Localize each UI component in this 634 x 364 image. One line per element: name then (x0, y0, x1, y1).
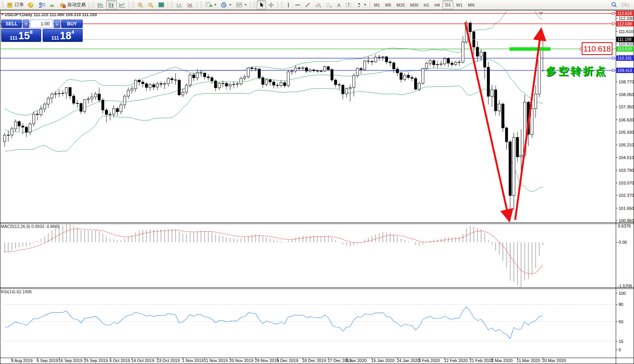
toolbar-separator (168, 2, 168, 8)
chat-button[interactable] (619, 0, 632, 9)
svg-text:110.910: 110.910 (619, 42, 634, 46)
panel-collapse-icon[interactable] (1, 13, 4, 15)
sell-price-big: 15 (18, 31, 30, 41)
candle (91, 97, 93, 99)
candle (36, 114, 38, 115)
auto-scroll-button[interactable] (174, 0, 185, 9)
candle (178, 80, 180, 95)
candle (116, 109, 118, 112)
timeframe-h4-button[interactable]: H4 (432, 0, 443, 9)
bar-chart-button[interactable] (95, 0, 106, 9)
search-button[interactable] (609, 0, 619, 9)
time-axis-label: 11 Mar 2020 (517, 358, 540, 363)
chart-shift-button[interactable] (185, 0, 196, 9)
horizontal-line-button[interactable] (293, 0, 303, 9)
candle (193, 75, 195, 78)
buy-button[interactable]: BUY (61, 20, 83, 28)
timeframe-m30-button[interactable]: M30 (408, 0, 421, 9)
trendline-button[interactable] (303, 0, 313, 9)
vertical-line-button[interactable] (284, 0, 293, 9)
volume-up-button[interactable]: ▲ (54, 20, 60, 28)
candle (403, 75, 406, 80)
candle (102, 100, 104, 110)
line-handle[interactable] (612, 69, 614, 71)
timeframe-h1-button[interactable]: H1 (421, 0, 432, 9)
rsi-label: RSI(14) 62.1995 (1, 289, 32, 294)
channel-button[interactable]: E (313, 0, 323, 9)
cn-annotation[interactable]: 多空转折点 (546, 65, 607, 77)
candle (18, 121, 20, 126)
arrows-button[interactable]: ▼ (354, 0, 369, 9)
periods-button[interactable]: ▼ (219, 0, 234, 9)
candle (451, 63, 453, 65)
candle (153, 85, 155, 87)
text-icon: A (336, 2, 341, 8)
svg-text:100.950: 100.950 (619, 218, 634, 223)
autotrading-button[interactable]: 自动交易 (57, 0, 88, 9)
candle (534, 94, 537, 109)
line-handle[interactable] (612, 23, 614, 25)
cursor-button[interactable] (257, 0, 266, 9)
timeframe-m1-button[interactable]: M1 (371, 0, 383, 9)
autotrading-icon (59, 2, 66, 8)
timeframe-mn-button[interactable]: MN (465, 0, 477, 9)
candle (251, 68, 253, 69)
line-handle[interactable] (612, 12, 614, 15)
candle (141, 82, 144, 84)
text-button[interactable]: A (334, 0, 343, 9)
label-button[interactable]: T (343, 0, 354, 9)
timeframe-m15-button[interactable]: M15 (394, 0, 407, 9)
indicators-button[interactable]: ▼ (203, 0, 219, 9)
candle (429, 61, 431, 63)
time-axis-label: 18 Dec 2019 (302, 358, 326, 363)
candle (258, 69, 260, 78)
buy-price-tile[interactable]: 111184 (43, 29, 83, 42)
candlestick-button[interactable] (106, 0, 117, 9)
signals-button[interactable] (47, 0, 57, 9)
candle (302, 68, 304, 68)
price-chart[interactable]: 112.330111.610110.910110.190109.470108.7… (0, 10, 634, 364)
sell-button[interactable]: SELL (1, 20, 22, 28)
candle (229, 85, 231, 86)
svg-text:F: F (330, 6, 332, 8)
line-handle[interactable] (612, 57, 614, 59)
candle (487, 67, 489, 96)
trend-arrow-up[interactable] (515, 34, 541, 220)
candle (323, 66, 326, 71)
candle (83, 100, 86, 111)
candle (469, 23, 471, 32)
timeframe-d1-button[interactable]: D1 (443, 0, 453, 9)
zoom-in-button[interactable] (135, 0, 146, 9)
candle (211, 78, 213, 81)
tile-windows-button[interactable] (156, 0, 166, 9)
sell-price-tile[interactable]: 111158 (1, 29, 41, 42)
zoom-out-button[interactable] (146, 0, 156, 9)
candle (185, 85, 188, 92)
terminal-button[interactable] (36, 0, 47, 9)
new-order-button[interactable]: 订单 (5, 0, 26, 9)
volume-input[interactable]: 1.00 (30, 20, 53, 28)
metaeditor-button[interactable] (26, 0, 36, 9)
candle (298, 68, 300, 68)
time-axis-label: 20 Mar 2020 (542, 358, 566, 363)
candle (134, 80, 136, 89)
fibonacci-button[interactable]: F (323, 0, 334, 9)
candle (374, 57, 377, 62)
line-chart-button[interactable] (117, 0, 128, 9)
signals-icon (49, 2, 55, 8)
templates-button[interactable]: ▼ (234, 0, 249, 9)
timeframe-w1-button[interactable]: W1 (453, 0, 465, 9)
svg-text:A: A (337, 2, 341, 8)
volume-down-button[interactable]: ▼ (23, 20, 29, 28)
rsi-line (5, 307, 543, 339)
time-axis-label: 1 Nov 2019 (182, 358, 204, 363)
candle (447, 58, 449, 63)
timeframe-m5-button[interactable]: M5 (383, 0, 394, 9)
candle (51, 94, 53, 98)
macd-label: MACD(12,26,9) 0.0933 -0.8665 (1, 224, 60, 229)
candle (236, 84, 238, 84)
toolbar-separator (197, 2, 197, 8)
crosshair-button[interactable] (266, 0, 276, 9)
time-axis-label: 23 Oct 2019 (156, 358, 180, 363)
sell-price-prefix: 111 (10, 35, 17, 41)
